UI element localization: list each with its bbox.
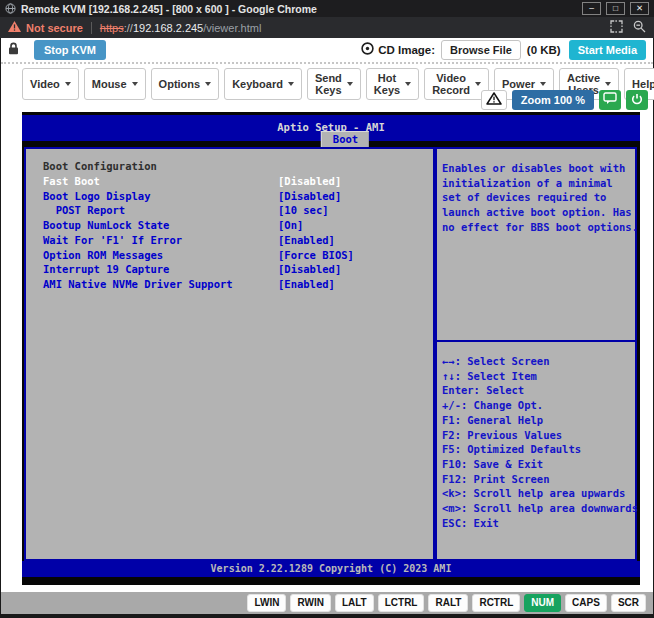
key-help-line: <m>: Scroll help area downwards	[442, 501, 633, 516]
menu-send-keys[interactable]: Send Keys	[307, 68, 361, 100]
caution-button[interactable]	[481, 90, 507, 110]
chevron-down-icon	[540, 82, 546, 86]
key-help-line: F10: Save & Exit	[442, 457, 633, 472]
virtual-key-lwin[interactable]: LWIN	[247, 594, 286, 612]
chevron-down-icon	[475, 82, 481, 86]
minimize-button[interactable]: –	[582, 2, 601, 15]
chevron-down-icon	[288, 82, 294, 86]
virtual-key-scr[interactable]: SCR	[611, 594, 646, 612]
divider	[91, 22, 92, 34]
chevron-down-icon	[65, 82, 71, 86]
close-button[interactable]: ✕	[630, 2, 649, 15]
menu-mouse[interactable]: Mouse	[84, 68, 146, 100]
bios-item-row: POST Report[10 sec]	[43, 203, 433, 218]
kvm-toolbar: Stop KVM CD Image: Browse File (0 KB) St…	[1, 38, 653, 64]
menu-options[interactable]: Options	[151, 68, 220, 100]
virtual-key-rctrl[interactable]: RCTRL	[472, 594, 520, 612]
virtual-key-ralt[interactable]: RALT	[428, 594, 468, 612]
virtual-key-lctrl[interactable]: LCTRL	[378, 594, 425, 612]
url-protocol: https	[100, 22, 124, 34]
help-line: Enables or disables boot with	[442, 161, 633, 176]
chevron-down-icon	[405, 82, 411, 86]
bios-item-label: POST Report	[43, 203, 278, 218]
help-line: initialization of a minimal	[442, 176, 633, 191]
bios-item-row: Option ROM Messages[Force BIOS]	[43, 248, 433, 263]
menu-label: Hot Keys	[374, 72, 400, 96]
cd-image-label: CD Image:	[378, 44, 435, 56]
stop-kvm-button[interactable]: Stop KVM	[34, 40, 106, 60]
bios-item-value: [10 sec]	[278, 203, 329, 218]
menu-label: Video Record	[432, 72, 470, 96]
virtual-key-rwin[interactable]: RWIN	[290, 594, 330, 612]
cd-size-label: (0 KB)	[527, 44, 561, 56]
chevron-down-icon	[132, 82, 138, 86]
warning-triangle-icon	[8, 21, 21, 34]
bios-item-value: [Disabled]	[278, 189, 341, 204]
key-help-line: ↑↓: Select Item	[442, 369, 633, 384]
controls-row: Zoom 100 %	[481, 90, 648, 110]
bios-body: Boot Configuration Fast Boot[Disabled] B…	[24, 147, 637, 561]
key-help-line: F2: Previous Values	[442, 428, 633, 443]
key-help-line: ←→: Select Screen	[442, 354, 633, 369]
bios-help-text: Enables or disables boot with initializa…	[437, 149, 635, 342]
zoom-level-button[interactable]: Zoom 100 %	[512, 90, 594, 110]
key-help-line: ESC: Exit	[442, 516, 633, 531]
url-separator: ://	[124, 22, 133, 34]
virtual-key-caps[interactable]: CAPS	[565, 594, 607, 612]
key-help-line: Enter: Select	[442, 383, 633, 398]
caution-icon	[486, 92, 502, 108]
zoom-out-icon[interactable]	[633, 20, 646, 35]
help-line: launch active boot option. Has	[442, 205, 633, 220]
not-secure-chip[interactable]: Not secure	[8, 21, 83, 34]
bios-item-label: AMI Native NVMe Driver Support	[43, 277, 278, 292]
maximize-button[interactable]: □	[606, 2, 625, 15]
chevron-down-icon	[347, 82, 353, 86]
bios-settings-panel: Boot Configuration Fast Boot[Disabled] B…	[24, 147, 435, 561]
browse-file-button[interactable]: Browse File	[441, 40, 521, 60]
window-title: Remote KVM [192.168.2.245] - [800 x 600 …	[21, 3, 317, 15]
remote-screen[interactable]: Aptio Setup - AMI Boot Boot Configuratio…	[22, 112, 640, 585]
menu-label: Keyboard	[232, 78, 283, 90]
key-help-line: F5: Optimized Defaults	[442, 442, 633, 457]
fullscreen-icon[interactable]	[610, 20, 623, 35]
virtual-key-lalt[interactable]: LALT	[335, 594, 374, 612]
bios-version-bar: Version 2.22.1289 Copyright (C) 2023 AMI	[22, 561, 640, 577]
menu-label: Power	[502, 78, 535, 90]
menu-video-record[interactable]: Video Record	[424, 68, 489, 100]
security-label: Not secure	[26, 22, 83, 34]
chevron-down-icon	[205, 82, 211, 86]
menu-label: Options	[159, 78, 201, 90]
bios-item-value: [On]	[278, 218, 303, 233]
lock-icon	[8, 41, 19, 59]
menu-label: Help	[632, 78, 654, 90]
tab-boot: Boot	[321, 131, 369, 147]
help-line: set of devices required to	[442, 190, 633, 205]
power-icon	[631, 93, 643, 108]
chevron-down-icon	[605, 82, 611, 86]
chat-icon	[603, 92, 617, 108]
key-help-line: F12: Print Screen	[442, 472, 633, 487]
virtual-key-num[interactable]: NUM	[524, 594, 561, 612]
url-host: 192.168.2.245	[133, 22, 203, 34]
url-bar[interactable]: Not secure https://192.168.2.245/viewer.…	[0, 17, 654, 38]
bios-item-row: Boot Logo Display[Disabled]	[43, 189, 433, 204]
menu-hot-keys[interactable]: Hot Keys	[366, 68, 419, 100]
bios-help-panel: Enables or disables boot with initializa…	[435, 147, 637, 561]
menu-label: Video	[30, 78, 60, 90]
menu-keyboard[interactable]: Keyboard	[224, 68, 302, 100]
chat-button[interactable]	[599, 90, 621, 110]
start-media-button[interactable]: Start Media	[569, 40, 646, 60]
key-help-line: +/-: Change Opt.	[442, 398, 633, 413]
bios-item-row: Interrupt 19 Capture[Disabled]	[43, 262, 433, 277]
bios-item-value: [Enabled]	[278, 233, 335, 248]
menu-video[interactable]: Video	[22, 68, 79, 100]
bios-item-label: Option ROM Messages	[43, 248, 278, 263]
power-button[interactable]	[626, 90, 648, 110]
menu-label: Mouse	[92, 78, 127, 90]
virtual-key-statusbar: LWIN RWIN LALT LCTRL RALT RCTRL NUM CAPS…	[1, 592, 653, 614]
bios-item-row: Fast Boot[Disabled]	[43, 174, 433, 189]
url-text: https://192.168.2.245/viewer.html	[100, 22, 261, 34]
bios-item-value: [Disabled]	[278, 174, 341, 189]
bios-item-row: Wait For 'F1' If Error[Enabled]	[43, 233, 433, 248]
bios-item-label: Wait For 'F1' If Error	[43, 233, 278, 248]
